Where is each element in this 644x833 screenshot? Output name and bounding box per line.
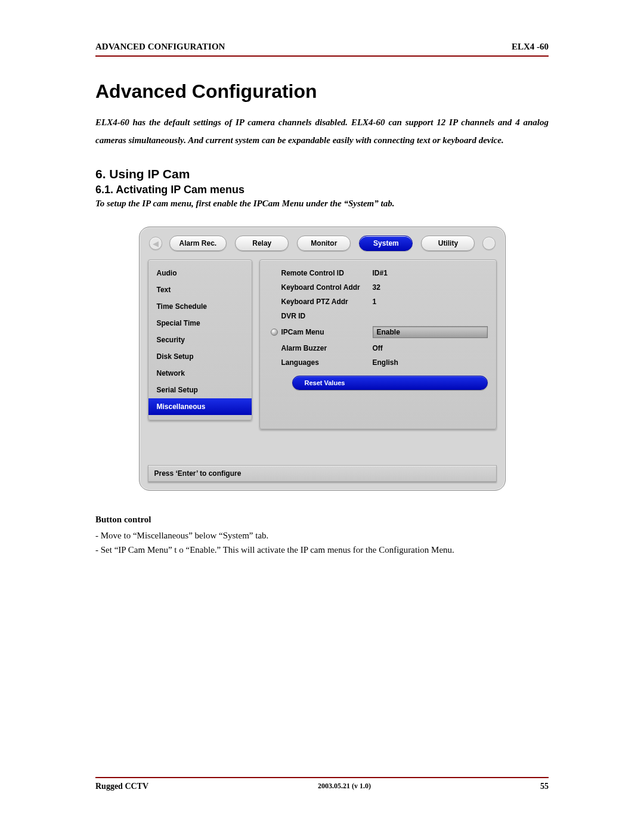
setting-label: Keyboard Control Addr [280, 283, 373, 292]
setting-value[interactable]: 32 [373, 283, 488, 292]
sidebar-item-network[interactable]: Network [148, 365, 252, 382]
tab-alarm-rec-[interactable]: Alarm Rec. [169, 236, 227, 251]
sidebar: AudioTextTime ScheduleSpecial TimeSecuri… [148, 259, 252, 420]
header-rule [95, 55, 549, 57]
instruction-line: - Set “IP Cam Menu” t o “Enable.” This w… [95, 543, 549, 557]
setting-row: LanguagesEnglish [268, 355, 488, 370]
setting-label: Alarm Buzzer [280, 344, 373, 352]
sidebar-item-text[interactable]: Text [148, 281, 252, 298]
settings-panel: Remote Control IDID#1Keyboard Control Ad… [259, 259, 497, 429]
setting-row: DVR ID [268, 309, 488, 323]
config-ui-panel: ◀ Alarm Rec.RelayMonitorSystemUtility Au… [139, 227, 506, 491]
tab-relay[interactable]: Relay [235, 236, 289, 251]
setting-label: Remote Control ID [280, 269, 373, 277]
header-left: ADVANCED CONFIGURATION [95, 42, 225, 52]
sidebar-item-security[interactable]: Security [148, 332, 252, 348]
sidebar-item-time-schedule[interactable]: Time Schedule [148, 298, 252, 315]
sidebar-item-serial-setup[interactable]: Serial Setup [148, 382, 252, 398]
tab-system[interactable]: System [359, 236, 413, 251]
row-indicator-icon [268, 329, 280, 336]
setting-label: Languages [280, 358, 373, 367]
setting-label: IPCam Menu [280, 328, 373, 336]
button-control-heading: Button control [95, 515, 549, 525]
intro-paragraph: ELX4-60 has the default settings of IP c… [95, 113, 549, 149]
tab-utility[interactable]: Utility [421, 236, 475, 251]
footer-rule [95, 777, 549, 778]
subsection-heading: 6.1. Activating IP Cam menus [95, 184, 549, 196]
setting-value[interactable]: Off [373, 344, 488, 352]
page-footer: Rugged CCTV 2003.05.21 (v 1.0) 55 [95, 777, 549, 791]
setting-value[interactable]: Enable [373, 326, 488, 338]
setting-row: IPCam MenuEnable [268, 323, 488, 341]
tab-bar: ◀ Alarm Rec.RelayMonitorSystemUtility [148, 236, 497, 251]
sidebar-item-miscellaneous[interactable]: Miscellaneous [148, 398, 252, 415]
sidebar-item-disk-setup[interactable]: Disk Setup [148, 348, 252, 365]
footer-page-number: 55 [540, 782, 549, 791]
page-header: ADVANCED CONFIGURATION ELX4 -60 [95, 42, 549, 55]
tab-monitor[interactable]: Monitor [297, 236, 351, 251]
setting-value[interactable]: 1 [373, 298, 488, 306]
setting-row: Keyboard Control Addr32 [268, 280, 488, 295]
nav-right-arrow-icon[interactable] [482, 237, 496, 250]
footer-left: Rugged CCTV [95, 782, 148, 791]
setting-row: Alarm BuzzerOff [268, 341, 488, 355]
sidebar-item-audio[interactable]: Audio [148, 265, 252, 281]
sidebar-item-special-time[interactable]: Special Time [148, 315, 252, 332]
setting-row: Keyboard PTZ Addr1 [268, 295, 488, 309]
setting-value[interactable]: ID#1 [373, 269, 488, 277]
setup-instruction: To setup the IP cam menu, first enable t… [95, 199, 549, 209]
setting-label: Keyboard PTZ Addr [280, 298, 373, 306]
page-title: Advanced Configuration [95, 80, 549, 103]
nav-left-arrow-icon[interactable]: ◀ [149, 237, 162, 250]
footer-center: 2003.05.21 (v 1.0) [318, 782, 371, 791]
setting-value[interactable]: English [373, 358, 488, 367]
reset-values-button[interactable]: Reset Values [292, 376, 488, 390]
status-bar: Press ‘Enter’ to configure [148, 465, 497, 482]
instruction-line: - Move to “Miscellaneous” below “System”… [95, 528, 549, 543]
setting-row: Remote Control IDID#1 [268, 266, 488, 280]
header-right: ELX4 -60 [512, 42, 549, 52]
setting-label: DVR ID [280, 312, 373, 320]
section-heading: 6. Using IP Cam [95, 167, 549, 181]
